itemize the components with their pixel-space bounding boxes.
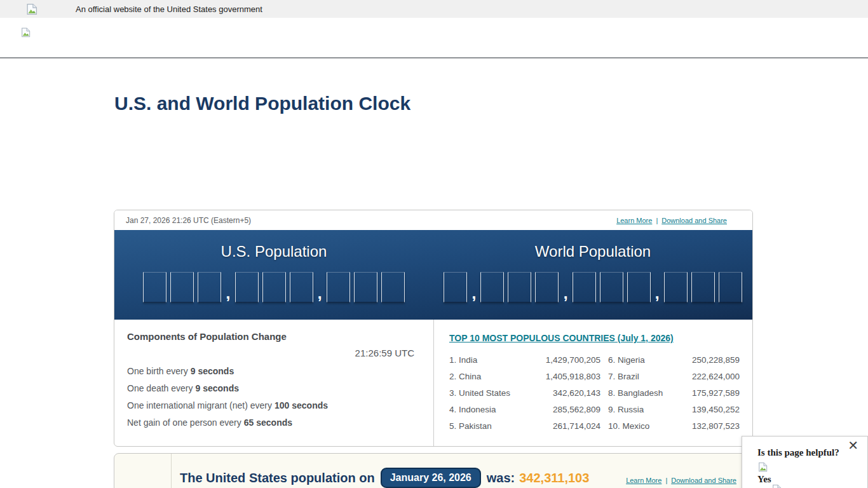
country-name: 9. Russia: [608, 405, 644, 414]
digit-box: [170, 272, 194, 302]
census-logo-broken-image-icon[interactable]: [20, 27, 31, 37]
country-population: 1,405,918,803: [546, 372, 600, 381]
digit-comma: ,: [655, 283, 660, 302]
top10-right-column: 6. Nigeria250,228,8597. Brazil222,624,00…: [608, 351, 740, 434]
country-row: 8. Bangladesh175,927,589: [608, 384, 740, 401]
country-population: 222,624,000: [692, 372, 740, 381]
country-population: 285,562,809: [553, 405, 600, 414]
net-gain-prefix: Net gain of one person every: [127, 417, 241, 428]
digit-box: [444, 272, 467, 302]
digit-box: [508, 272, 531, 302]
country-row: 6. Nigeria250,228,859: [608, 351, 740, 368]
top10-left-column: 1. India1,429,700,2052. China1,405,918,8…: [449, 351, 600, 434]
country-population: 342,620,143: [553, 388, 600, 398]
bottom-panel-left-cell: [114, 454, 172, 488]
country-row: 9. Russia139,450,252: [608, 401, 740, 417]
download-and-share-link[interactable]: Download and Share: [661, 217, 727, 224]
death-rate-line: One death every9 seconds: [127, 384, 414, 393]
digit-box: [573, 272, 596, 302]
country-population: 132,807,523: [692, 421, 740, 431]
digit-box: [290, 272, 313, 302]
country-name: 8. Bangladesh: [608, 388, 663, 398]
close-icon[interactable]: ✕: [848, 439, 858, 452]
feedback-question: Is this page helpful?: [757, 447, 839, 458]
population-sentence-prefix: The United States population on: [180, 471, 375, 485]
digit-box: [627, 272, 651, 302]
death-rate-value: 9 seconds: [196, 383, 239, 393]
country-row: 5. Pakistan261,714,024: [449, 417, 600, 434]
country-row: 4. Indonesia285,562,809: [449, 401, 600, 417]
page-title: U.S. and World Population Clock: [114, 93, 410, 114]
birth-rate-line: One birth every9 seconds: [127, 367, 414, 376]
country-name: 2. China: [449, 372, 481, 381]
site-header: [0, 18, 868, 58]
clock-timestamp: Jan 27, 2026 21:26 UTC (Eastern+5): [126, 216, 251, 225]
gov-banner: An official website of the United States…: [0, 0, 868, 18]
us-population-heading: U.S. Population: [221, 243, 327, 261]
migrant-rate-line: One international migrant (net) every100…: [127, 401, 414, 410]
country-name: 5. Pakistan: [449, 421, 492, 431]
country-row: 3. United States342,620,143: [449, 384, 600, 401]
us-population-digits: ,,: [141, 271, 406, 302]
clock-panel-header: Jan 27, 2026 21:26 UTC (Eastern+5) Learn…: [114, 210, 752, 230]
digit-comma: ,: [318, 283, 322, 302]
page-helpful-feedback-widget: ✕ Is this page helpful? Yes: [742, 436, 868, 488]
country-name: 1. India: [449, 355, 477, 365]
bottom-link-separator: |: [665, 477, 667, 484]
migrant-rate-value: 100 seconds: [275, 400, 328, 410]
digit-box: [691, 272, 715, 302]
us-population-sentence: The United States population on January …: [180, 468, 589, 488]
digit-box: [535, 272, 559, 302]
migrant-rate-prefix: One international migrant (net) every: [127, 400, 272, 410]
country-population: 1,429,700,205: [546, 355, 600, 365]
components-heading: Components of Population Change: [127, 331, 414, 342]
country-row: 1. India1,429,700,205: [449, 351, 600, 368]
thumbs-down-broken-image-icon[interactable]: [771, 484, 782, 488]
country-population: 139,450,252: [692, 405, 740, 414]
digit-box: [354, 272, 377, 302]
us-population-section: U.S. Population ,,: [114, 230, 433, 320]
top10-countries-grid: 1. India1,429,700,2052. China1,405,918,8…: [449, 351, 740, 434]
feedback-yes-label[interactable]: Yes: [757, 474, 771, 485]
world-population-digits: ,,,: [442, 271, 744, 302]
clock-content-row: Components of Population Change 21:26:59…: [114, 320, 752, 447]
us-population-date-panel: The United States population on January …: [114, 453, 753, 488]
us-population-value: 342,311,103: [519, 471, 589, 485]
thumbs-up-broken-image-icon[interactable]: [757, 462, 768, 472]
digit-box: [719, 272, 742, 302]
clock-panel-links: Learn More|Download and Share: [616, 217, 727, 224]
digit-box: [480, 272, 504, 302]
link-separator: |: [656, 217, 658, 224]
components-of-change-column: Components of Population Change 21:26:59…: [114, 320, 433, 447]
net-gain-line: Net gain of one person every65 seconds: [127, 418, 414, 427]
digit-comma: ,: [563, 283, 567, 302]
birth-rate-value: 9 seconds: [191, 366, 234, 376]
country-row: 2. China1,405,918,803: [449, 368, 600, 384]
digit-comma: ,: [226, 283, 230, 302]
country-name: 6. Nigeria: [608, 355, 645, 365]
population-date-button[interactable]: January 26, 2026: [381, 468, 481, 488]
world-population-section: World Population ,,,: [433, 230, 752, 320]
world-population-heading: World Population: [535, 243, 651, 261]
digit-comma: ,: [471, 283, 476, 302]
country-population: 175,927,589: [692, 388, 740, 398]
learn-more-link[interactable]: Learn More: [616, 217, 652, 224]
banner-text: An official website of the United States…: [76, 4, 262, 14]
digit-box: [143, 272, 166, 302]
bottom-download-and-share-link[interactable]: Download and Share: [671, 477, 736, 484]
country-name: 3. United States: [449, 388, 510, 398]
digit-box: [327, 272, 350, 302]
bottom-learn-more-link[interactable]: Learn More: [626, 477, 661, 484]
top10-countries-link[interactable]: TOP 10 MOST POPULOUS COUNTRIES (July 1, …: [449, 333, 674, 343]
country-population: 250,228,859: [692, 355, 740, 365]
digit-box: [198, 272, 221, 302]
birth-rate-prefix: One birth every: [127, 366, 188, 376]
digit-box: [262, 272, 286, 302]
digit-box: [235, 272, 259, 302]
digit-box: [600, 272, 623, 302]
country-name: 10. Mexico: [608, 421, 649, 431]
top10-countries-column: TOP 10 MOST POPULOUS COUNTRIES (July 1, …: [433, 320, 752, 447]
death-rate-prefix: One death every: [127, 383, 193, 393]
digit-box: [664, 272, 688, 302]
digit-box: [381, 272, 405, 302]
